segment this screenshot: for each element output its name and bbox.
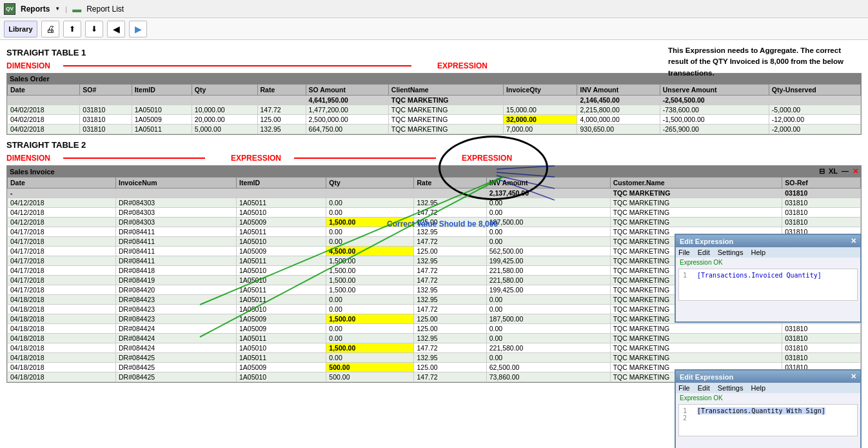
- menu-separator: |: [65, 5, 67, 13]
- table-cell: DR#084411: [116, 227, 237, 237]
- table-cell: 0.00: [326, 237, 414, 247]
- reports-dropdown[interactable]: ▼: [55, 6, 60, 12]
- table-cell: TQC MARKETING: [610, 208, 782, 218]
- table-cell: TQC MARKETING: [610, 334, 782, 343]
- expr1-menu-settings[interactable]: Settings: [718, 249, 744, 256]
- col-rate: Rate: [257, 85, 306, 96]
- edit-expression-panel-1: Edit Expression ✕ File Edit Settings Hel…: [675, 234, 862, 323]
- expr2-menu-settings[interactable]: Settings: [718, 384, 744, 392]
- correct-value-area: Correct Value Should be 8,000: [387, 219, 498, 229]
- table-cell: 147.72: [414, 276, 486, 285]
- table-cell: 0.00: [326, 295, 414, 305]
- expr2-menu-file[interactable]: File: [678, 384, 690, 392]
- table-cell: 562,500.00: [486, 247, 610, 256]
- back-icon: ◀: [113, 24, 120, 34]
- report-list-icon: ▬: [72, 4, 81, 14]
- report-list-link[interactable]: Report List: [86, 5, 124, 14]
- table-cell: DR#084425: [116, 372, 237, 382]
- table-cell: 1A05009: [237, 247, 326, 256]
- library-button[interactable]: Library: [4, 21, 37, 37]
- expr2-menu-help[interactable]: Help: [751, 384, 765, 392]
- table-cell: 1A05009: [132, 115, 192, 125]
- reports-menu[interactable]: Reports: [21, 5, 50, 14]
- table-row: 04/18/2018DR#0844241A050101,500.00147.72…: [8, 343, 861, 353]
- expr1-code: [Transactions.Invoiced Quantity]: [697, 272, 822, 279]
- table-cell: 132.95: [414, 285, 486, 295]
- table-row: 04/02/20180318101A0500920,000.00125.002,…: [8, 115, 861, 125]
- table-cell: 221,580.00: [486, 276, 610, 285]
- table-cell: 125.00: [414, 247, 486, 256]
- table-cell: 04/17/2018: [8, 276, 116, 285]
- table-cell: 187,500.00: [486, 218, 610, 227]
- table2-ctrl3[interactable]: —: [842, 167, 849, 176]
- table-cell: 132.95: [257, 125, 306, 134]
- table-cell: TQC MARKETING: [610, 198, 782, 208]
- table2-ctrl4[interactable]: ✕: [853, 167, 858, 176]
- expr1-menu-help[interactable]: Help: [751, 249, 765, 256]
- table-cell: 0.00: [486, 305, 610, 314]
- table-cell: TQC MARKETING: [610, 324, 782, 334]
- table-cell: 031810: [80, 125, 132, 134]
- back-button[interactable]: ◀: [107, 21, 125, 37]
- download-button[interactable]: ⬇: [85, 21, 103, 37]
- col-so-amount: SO Amount: [306, 85, 388, 96]
- table2-ctrl1[interactable]: ⊟: [819, 167, 825, 176]
- expr2-code-area[interactable]: 1 [Transactions.Quantity With Sign] 2: [678, 404, 858, 436]
- table-cell: 147.72: [414, 343, 486, 353]
- table1-body: 4,641,950.00 TQC MARKETING 2,146,450.00 …: [8, 96, 861, 134]
- table-cell: -1,500,000.00: [660, 115, 769, 125]
- table-cell: 147.72: [414, 305, 486, 314]
- forward-icon: ▶: [135, 24, 142, 34]
- expr2-title: Edit Expression: [680, 373, 733, 381]
- expr1-close-btn[interactable]: ✕: [851, 237, 856, 245]
- table-cell: 04/18/2018: [8, 324, 116, 334]
- table-cell: 04/18/2018: [8, 305, 116, 314]
- expr1-menu-edit[interactable]: Edit: [698, 249, 710, 256]
- table-cell: 125.00: [257, 115, 306, 125]
- table-cell: 1A05011: [237, 198, 326, 208]
- forward-button[interactable]: ▶: [129, 21, 147, 37]
- table-cell: 1A05009: [237, 218, 326, 227]
- table-cell: 1,500.00: [326, 276, 414, 285]
- export-button[interactable]: ⬆: [63, 21, 81, 37]
- table-cell: 1,500.00: [326, 314, 414, 324]
- table-cell: 147.72: [414, 237, 486, 247]
- table2-expression-label2: EXPRESSION: [462, 154, 512, 163]
- edit-expression-panel-2: Edit Expression ✕ File Edit Settings Hel…: [675, 369, 862, 448]
- table-row: 04/18/2018DR#0844241A050110.00132.950.00…: [8, 334, 861, 343]
- table-cell: 20,000.00: [192, 115, 257, 125]
- table-cell: 031810: [782, 198, 861, 208]
- table-cell: 031810: [782, 208, 861, 218]
- t2-col-rate: Rate: [414, 178, 486, 188]
- table-cell: 147.72: [257, 105, 306, 115]
- table-cell: 10,000.00: [192, 105, 257, 115]
- t2-col-itemid: ItemID: [237, 178, 326, 188]
- print-button[interactable]: 🖨: [41, 21, 59, 37]
- table2-title: STRAIGHT TABLE 2: [6, 140, 862, 150]
- table-cell: 04/17/2018: [8, 247, 116, 256]
- table-cell: 1A05009: [237, 324, 326, 334]
- table-cell: 04/18/2018: [8, 314, 116, 324]
- table-cell: DR#084419: [116, 276, 237, 285]
- table-cell: DR#084425: [116, 363, 237, 372]
- table2-ctrl2[interactable]: XL: [829, 167, 838, 176]
- expr2-menu-edit[interactable]: Edit: [698, 384, 710, 392]
- table-cell: 04/18/2018: [8, 295, 116, 305]
- table-cell: DR#084303: [116, 198, 237, 208]
- table-cell: 04/17/2018: [8, 285, 116, 295]
- table-cell: 031810: [782, 218, 861, 227]
- expr2-close-btn[interactable]: ✕: [851, 372, 856, 381]
- table-cell: 0.00: [326, 353, 414, 363]
- table-cell: 04/12/2018: [8, 218, 116, 227]
- table-cell: 7,000.00: [504, 125, 577, 134]
- table2-dimension-label: DIMENSION: [6, 154, 50, 163]
- col-date: Date: [8, 85, 80, 96]
- table-cell: 132.95: [414, 295, 486, 305]
- expr1-title-bar: Edit Expression ✕: [676, 235, 860, 247]
- expr1-code-area[interactable]: 1 [Transactions.Invoiced Quantity]: [678, 269, 858, 301]
- table-cell: 0.00: [326, 324, 414, 334]
- table-cell: 1A05010: [237, 266, 326, 276]
- table-cell: 500.00: [326, 363, 414, 372]
- table-cell: 0.00: [326, 305, 414, 314]
- expr1-menu-file[interactable]: File: [678, 249, 690, 256]
